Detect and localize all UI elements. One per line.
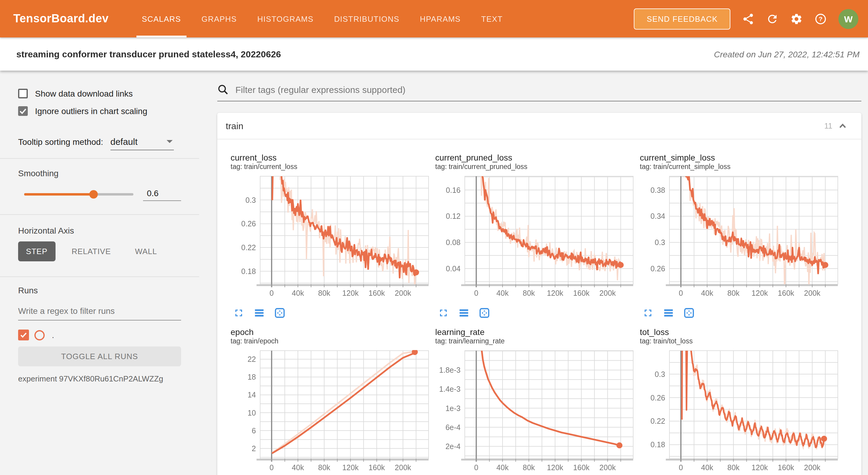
svg-text:120k: 120k (342, 289, 359, 297)
created-timestamp: Created on Jun 27, 2022, 12:42:51 PM (714, 49, 860, 59)
svg-text:0.18: 0.18 (241, 267, 256, 276)
toggle-all-runs-button[interactable]: TOGGLE ALL RUNS (18, 346, 181, 367)
axis-button-wall[interactable]: WALL (127, 242, 165, 261)
tab-text[interactable]: TEXT (471, 0, 513, 37)
svg-text:120k: 120k (547, 289, 563, 297)
tooltip-sorting-value: default (111, 136, 166, 147)
data-table-icon[interactable] (458, 307, 470, 318)
chart-plot-area[interactable]: 040k80k120k160k200k0.180.220.260.3 (640, 350, 844, 475)
divider (0, 277, 199, 277)
svg-text:0: 0 (270, 289, 274, 297)
chevron-down-icon (166, 140, 173, 143)
chart-toolbar (642, 307, 844, 319)
svg-text:?: ? (819, 15, 823, 22)
refresh-icon[interactable] (766, 12, 779, 25)
runs-filter-input[interactable] (18, 304, 181, 320)
svg-text:80k: 80k (318, 289, 331, 297)
chart-plot-area[interactable]: 040k80k120k160k200k0.180.220.260.3 (230, 176, 435, 304)
chart-plot-area[interactable]: 040k80k120k160k200k0.260.30.340.38 (640, 176, 844, 304)
slider-knob[interactable] (89, 190, 98, 198)
tooltip-sorting-label: Tooltip sorting method: (18, 137, 103, 150)
checkbox-label: Ignore outliers in chart scaling (35, 106, 147, 116)
share-icon[interactable] (742, 12, 754, 25)
fit-domain-icon[interactable] (274, 307, 285, 318)
send-feedback-button[interactable]: SEND FEEDBACK (634, 8, 731, 29)
tab-distributions[interactable]: DISTRIBUTIONS (324, 0, 409, 37)
help-icon[interactable]: ? (814, 12, 827, 25)
axis-button-relative[interactable]: RELATIVE (64, 242, 119, 261)
experiment-id: experiment 97VKXf80Ru61CnP2ALWZZg (18, 374, 181, 383)
horizontal-axis-label: Horizontal Axis (18, 226, 181, 235)
charts-grid: current_losstag: train/current_loss040k8… (217, 139, 861, 475)
fullscreen-icon[interactable] (438, 307, 449, 318)
svg-text:2: 2 (252, 444, 256, 453)
svg-text:0.18: 0.18 (650, 440, 665, 449)
svg-text:0.38: 0.38 (650, 186, 665, 194)
main-content: train 11 current_losstag: train/current_… (199, 71, 868, 475)
smoothing-value-input[interactable]: 0.6 (143, 188, 181, 201)
svg-text:0: 0 (474, 289, 478, 297)
run-color-swatch[interactable] (34, 330, 45, 340)
experiment-bar: streaming conformer transducer pruned st… (0, 37, 868, 71)
scalar-chart-tot_loss: tot_losstag: train/tot_loss040k80k120k16… (640, 327, 844, 475)
axis-button-step[interactable]: STEP (18, 242, 55, 261)
scalar-chart-current_simple_loss: current_simple_losstag: train/current_si… (640, 153, 844, 319)
svg-text:14: 14 (247, 390, 256, 399)
divider (0, 158, 199, 159)
tag-filter-input[interactable] (234, 84, 861, 95)
checkbox-row-1[interactable]: Ignore outliers in chart scaling (18, 104, 181, 118)
fullscreen-icon[interactable] (233, 307, 245, 318)
svg-text:200k: 200k (804, 289, 820, 297)
svg-text:160k: 160k (778, 463, 794, 472)
run-checkbox[interactable] (18, 329, 29, 340)
chart-plot-area[interactable]: 040k80k120k160k200k2610141822 (230, 350, 435, 475)
smoothing-slider[interactable] (24, 193, 134, 195)
app-logo: TensorBoard.dev (13, 12, 108, 25)
settings-gear-icon[interactable] (790, 12, 803, 25)
user-avatar[interactable]: W (838, 9, 858, 29)
fit-domain-icon[interactable] (683, 307, 695, 318)
svg-text:40k: 40k (496, 289, 509, 297)
chart-title: current_loss (230, 153, 435, 162)
checkbox-checked-icon[interactable] (18, 106, 28, 116)
svg-text:0.26: 0.26 (650, 393, 665, 402)
svg-text:0: 0 (679, 463, 683, 472)
fullscreen-icon[interactable] (642, 307, 654, 318)
tab-scalars[interactable]: SCALARS (132, 0, 191, 37)
scalar-chart-current_loss: current_losstag: train/current_loss040k8… (230, 153, 435, 319)
chart-title: epoch (230, 327, 435, 337)
tab-histograms[interactable]: HISTOGRAMS (247, 0, 324, 37)
svg-text:120k: 120k (547, 463, 563, 472)
svg-text:0: 0 (474, 463, 478, 472)
header-actions: SEND FEEDBACK ? W (634, 8, 858, 29)
svg-text:1e-3: 1e-3 (445, 404, 461, 413)
section-chart-count: 11 (824, 121, 832, 130)
chart-plot-area[interactable]: 040k80k120k160k200k2e-46e-41e-31.4e-31.8… (435, 350, 640, 475)
svg-text:0.12: 0.12 (446, 212, 461, 220)
data-table-icon[interactable] (253, 307, 265, 318)
tooltip-sorting-select[interactable]: default (111, 136, 174, 150)
chart-plot-area[interactable]: 040k80k120k160k200k0.040.080.120.16 (435, 176, 640, 304)
run-row[interactable]: . (18, 328, 181, 342)
chart-tag: tag: train/current_pruned_loss (435, 162, 640, 171)
chevron-up-icon[interactable] (837, 120, 848, 131)
scalar-chart-learning_rate: learning_ratetag: train/learning_rate040… (435, 327, 640, 475)
checkbox-unchecked-icon[interactable] (18, 89, 28, 98)
tab-graphs[interactable]: GRAPHS (191, 0, 247, 37)
fit-domain-icon[interactable] (479, 307, 490, 318)
tensorboard-page: TensorBoard.dev SCALARSGRAPHSHISTOGRAMSD… (0, 0, 868, 475)
svg-text:120k: 120k (751, 463, 768, 472)
tab-hparams[interactable]: HPARAMS (409, 0, 471, 37)
chart-tag: tag: train/learning_rate (435, 337, 640, 345)
svg-text:200k: 200k (804, 463, 820, 472)
svg-text:0.3: 0.3 (655, 370, 665, 378)
chart-tag: tag: train/current_simple_loss (640, 162, 844, 171)
tag-filter-row (217, 84, 861, 101)
runs-label: Runs (18, 285, 181, 295)
svg-text:0.04: 0.04 (446, 264, 461, 273)
data-table-icon[interactable] (663, 307, 674, 318)
svg-text:160k: 160k (369, 289, 385, 297)
train-section-header[interactable]: train 11 (217, 113, 861, 139)
svg-text:0.3: 0.3 (245, 196, 256, 204)
checkbox-row-0[interactable]: Show data download links (18, 87, 181, 100)
